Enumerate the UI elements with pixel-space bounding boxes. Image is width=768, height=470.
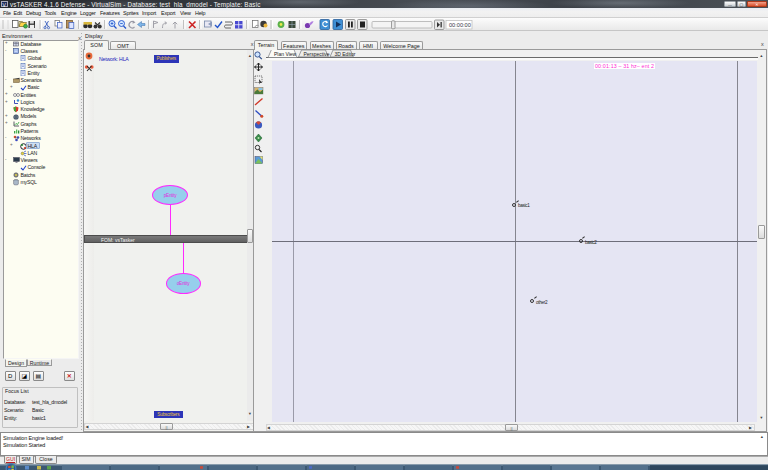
svg-text:Plan View: Plan View xyxy=(274,51,297,57)
svg-text:00:00:00: 00:00:00 xyxy=(449,22,471,28)
svg-text:Perspective: Perspective xyxy=(304,51,330,57)
svg-text:3D Editor: 3D Editor xyxy=(335,51,356,57)
